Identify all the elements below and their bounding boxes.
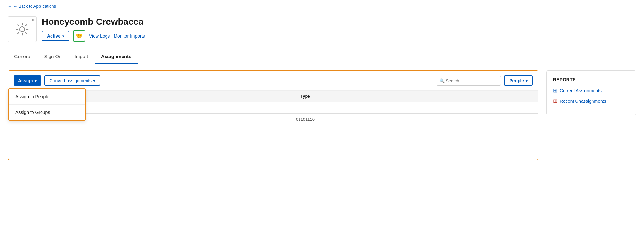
convert-assignments-button[interactable]: Convert assignments ▾ — [44, 75, 100, 86]
main-content: Assign ▾ Convert assignments ▾ 🔍 People … — [0, 64, 644, 167]
toolbar-row: Assign ▾ Convert assignments ▾ 🔍 People … — [8, 71, 538, 91]
col-type-header: Type — [78, 94, 533, 99]
table-header-row: Fi… Type — [8, 91, 538, 102]
current-assignments-icon: ⊞ — [553, 87, 557, 93]
reports-panel: REPORTS ⊞ Current Assignments ⊞ Recent U… — [546, 70, 636, 160]
assign-to-groups-item[interactable]: Assign to Groups — [9, 105, 85, 120]
reports-box: REPORTS ⊞ Current Assignments ⊞ Recent U… — [546, 70, 636, 115]
app-title: Honeycomb Crewbacca — [42, 17, 145, 27]
people-filter-button[interactable]: People ▾ — [504, 75, 533, 86]
reports-title: REPORTS — [553, 77, 630, 82]
gear-icon — [15, 22, 29, 36]
view-logs-button[interactable]: View Logs — [89, 33, 110, 39]
search-container: 🔍 People ▾ — [437, 75, 533, 86]
current-assignments-link[interactable]: Current Assignments — [560, 88, 602, 93]
search-input-wrap: 🔍 — [437, 76, 501, 86]
status-active-button[interactable]: Active ▾ — [42, 31, 69, 41]
handshake-button[interactable]: 🤝 — [73, 30, 85, 42]
assign-dropdown-menu: Assign to People Assign to Groups — [8, 88, 86, 121]
tab-import[interactable]: Import — [68, 50, 95, 64]
app-actions: Active ▾ 🤝 View Logs Monitor Imports — [42, 30, 145, 42]
current-assignments-item[interactable]: ⊞ Current Assignments — [553, 87, 630, 93]
tabs-bar: General Sign On Import Assignments — [0, 50, 644, 64]
assignments-panel: Assign ▾ Convert assignments ▾ 🔍 People … — [8, 70, 538, 160]
back-to-applications[interactable]: ← ← Back to Applications — [0, 0, 644, 13]
convert-label: Convert assignments ▾ — [50, 78, 95, 83]
search-icon: 🔍 — [439, 78, 445, 83]
people-label: People ▾ — [509, 78, 528, 83]
recent-unassignments-item[interactable]: ⊞ Recent Unassignments — [553, 98, 630, 104]
app-header-info: Honeycomb Crewbacca Active ▾ 🤝 View Logs… — [42, 17, 145, 42]
back-nav-label: ← Back to Applications — [13, 4, 56, 9]
monitor-imports-button[interactable]: Monitor Imports — [114, 33, 145, 39]
chevron-down-icon: ▾ — [62, 34, 64, 38]
back-arrow-icon: ← — [8, 4, 12, 9]
edit-icon-button[interactable]: ✏ — [32, 18, 35, 22]
row-value-1: 01101110 — [78, 117, 533, 122]
table-row: Groups 01101110 — [8, 114, 538, 125]
svg-point-0 — [20, 27, 25, 32]
search-input[interactable] — [437, 76, 501, 86]
table-area: Fi… Type Pe… Groups 01101110 — [8, 91, 538, 125]
status-active-label: Active — [47, 33, 60, 39]
recent-unassignments-icon: ⊞ — [553, 98, 557, 104]
tab-sign-on[interactable]: Sign On — [38, 50, 68, 64]
tab-assignments[interactable]: Assignments — [95, 50, 138, 64]
tab-general[interactable]: General — [8, 50, 38, 64]
handshake-icon: 🤝 — [76, 32, 83, 40]
table-row: Pe… — [8, 102, 538, 114]
app-icon-box: ✏ — [8, 16, 37, 42]
app-header: ✏ Honeycomb Crewbacca Active ▾ 🤝 View Lo… — [0, 13, 644, 47]
assign-to-people-item[interactable]: Assign to People — [9, 89, 85, 105]
assign-label: Assign ▾ — [18, 78, 37, 83]
recent-unassignments-link[interactable]: Recent Unassignments — [560, 99, 606, 104]
assign-button[interactable]: Assign ▾ — [14, 75, 41, 86]
